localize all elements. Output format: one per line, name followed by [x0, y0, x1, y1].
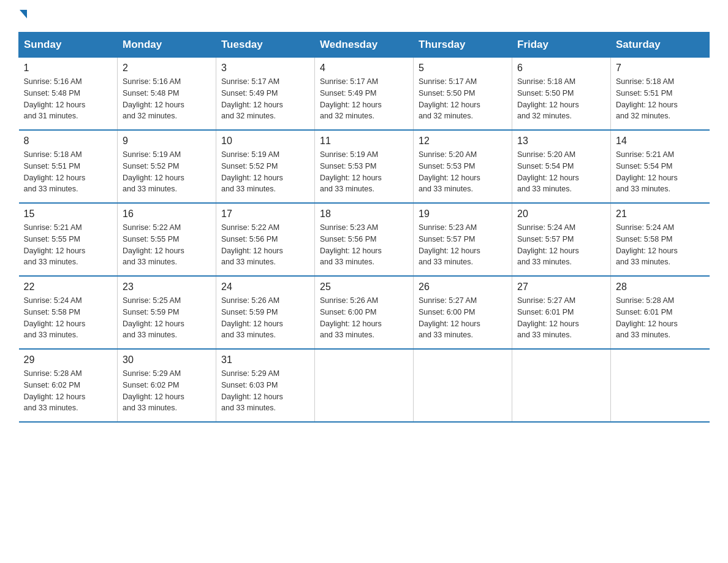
- page-header: [18, 12, 710, 21]
- calendar-cell: 28Sunrise: 5:28 AM Sunset: 6:01 PM Dayli…: [611, 276, 710, 349]
- day-number: 5: [419, 63, 507, 74]
- day-number: 16: [123, 209, 211, 220]
- day-number: 27: [517, 282, 605, 293]
- day-info: Sunrise: 5:24 AM Sunset: 5:57 PM Dayligh…: [517, 223, 579, 266]
- day-number: 19: [419, 209, 507, 220]
- day-number: 1: [24, 63, 113, 74]
- header-wednesday: Wednesday: [315, 33, 414, 58]
- calendar-cell: 27Sunrise: 5:27 AM Sunset: 6:01 PM Dayli…: [512, 276, 611, 349]
- day-info: Sunrise: 5:18 AM Sunset: 5:51 PM Dayligh…: [616, 77, 678, 120]
- day-number: 29: [24, 354, 113, 366]
- calendar-week-row: 29Sunrise: 5:28 AM Sunset: 6:02 PM Dayli…: [19, 349, 710, 422]
- calendar-cell: 31Sunrise: 5:29 AM Sunset: 6:03 PM Dayli…: [216, 349, 315, 422]
- calendar-cell: [414, 349, 512, 422]
- calendar-cell: 21Sunrise: 5:24 AM Sunset: 5:58 PM Dayli…: [611, 203, 710, 276]
- day-info: Sunrise: 5:22 AM Sunset: 5:56 PM Dayligh…: [221, 223, 283, 266]
- calendar-cell: [611, 349, 710, 422]
- header-monday: Monday: [118, 33, 216, 58]
- day-number: 30: [123, 354, 211, 366]
- header-friday: Friday: [512, 33, 611, 58]
- calendar-cell: 13Sunrise: 5:20 AM Sunset: 5:54 PM Dayli…: [512, 130, 611, 203]
- day-info: Sunrise: 5:17 AM Sunset: 5:49 PM Dayligh…: [320, 77, 382, 120]
- calendar-cell: [512, 349, 611, 422]
- day-number: 15: [24, 209, 113, 220]
- header-sunday: Sunday: [19, 33, 118, 58]
- day-number: 18: [320, 209, 408, 220]
- calendar-cell: 30Sunrise: 5:29 AM Sunset: 6:02 PM Dayli…: [118, 349, 216, 422]
- day-number: 3: [221, 63, 309, 74]
- calendar-cell: 18Sunrise: 5:23 AM Sunset: 5:56 PM Dayli…: [315, 203, 414, 276]
- day-number: 26: [419, 282, 507, 293]
- calendar-week-row: 15Sunrise: 5:21 AM Sunset: 5:55 PM Dayli…: [19, 203, 710, 276]
- calendar-cell: 15Sunrise: 5:21 AM Sunset: 5:55 PM Dayli…: [19, 203, 118, 276]
- header-thursday: Thursday: [414, 33, 512, 58]
- calendar-cell: 26Sunrise: 5:27 AM Sunset: 6:00 PM Dayli…: [414, 276, 512, 349]
- day-info: Sunrise: 5:22 AM Sunset: 5:55 PM Dayligh…: [123, 223, 184, 266]
- day-info: Sunrise: 5:16 AM Sunset: 5:48 PM Dayligh…: [24, 77, 86, 120]
- day-number: 24: [221, 282, 309, 293]
- day-info: Sunrise: 5:26 AM Sunset: 5:59 PM Dayligh…: [221, 296, 283, 339]
- calendar-cell: 3Sunrise: 5:17 AM Sunset: 5:49 PM Daylig…: [216, 58, 315, 131]
- day-info: Sunrise: 5:19 AM Sunset: 5:52 PM Dayligh…: [123, 150, 184, 193]
- day-info: Sunrise: 5:21 AM Sunset: 5:54 PM Dayligh…: [616, 150, 678, 193]
- calendar-week-row: 8Sunrise: 5:18 AM Sunset: 5:51 PM Daylig…: [19, 130, 710, 203]
- day-number: 23: [123, 282, 211, 293]
- day-number: 4: [320, 63, 408, 74]
- calendar-cell: 23Sunrise: 5:25 AM Sunset: 5:59 PM Dayli…: [118, 276, 216, 349]
- calendar-cell: 24Sunrise: 5:26 AM Sunset: 5:59 PM Dayli…: [216, 276, 315, 349]
- day-info: Sunrise: 5:27 AM Sunset: 6:01 PM Dayligh…: [517, 296, 579, 339]
- calendar-cell: 4Sunrise: 5:17 AM Sunset: 5:49 PM Daylig…: [315, 58, 414, 131]
- day-info: Sunrise: 5:17 AM Sunset: 5:50 PM Dayligh…: [419, 77, 480, 120]
- calendar-cell: 10Sunrise: 5:19 AM Sunset: 5:52 PM Dayli…: [216, 130, 315, 203]
- day-info: Sunrise: 5:21 AM Sunset: 5:55 PM Dayligh…: [24, 223, 86, 266]
- calendar-week-row: 22Sunrise: 5:24 AM Sunset: 5:58 PM Dayli…: [19, 276, 710, 349]
- calendar-cell: 12Sunrise: 5:20 AM Sunset: 5:53 PM Dayli…: [414, 130, 512, 203]
- day-info: Sunrise: 5:23 AM Sunset: 5:57 PM Dayligh…: [419, 223, 480, 266]
- day-number: 28: [616, 282, 705, 293]
- calendar-cell: 14Sunrise: 5:21 AM Sunset: 5:54 PM Dayli…: [611, 130, 710, 203]
- day-info: Sunrise: 5:19 AM Sunset: 5:52 PM Dayligh…: [221, 150, 283, 193]
- calendar-cell: 7Sunrise: 5:18 AM Sunset: 5:51 PM Daylig…: [611, 58, 710, 131]
- day-number: 25: [320, 282, 408, 293]
- day-info: Sunrise: 5:26 AM Sunset: 6:00 PM Dayligh…: [320, 296, 382, 339]
- calendar-cell: 25Sunrise: 5:26 AM Sunset: 6:00 PM Dayli…: [315, 276, 414, 349]
- day-info: Sunrise: 5:23 AM Sunset: 5:56 PM Dayligh…: [320, 223, 382, 266]
- logo: [18, 12, 27, 21]
- calendar-week-row: 1Sunrise: 5:16 AM Sunset: 5:48 PM Daylig…: [19, 58, 710, 131]
- day-info: Sunrise: 5:29 AM Sunset: 6:02 PM Dayligh…: [123, 369, 184, 412]
- day-number: 12: [419, 136, 507, 147]
- calendar-cell: 16Sunrise: 5:22 AM Sunset: 5:55 PM Dayli…: [118, 203, 216, 276]
- calendar-cell: 2Sunrise: 5:16 AM Sunset: 5:48 PM Daylig…: [118, 58, 216, 131]
- calendar-cell: 29Sunrise: 5:28 AM Sunset: 6:02 PM Dayli…: [19, 349, 118, 422]
- day-number: 31: [221, 354, 309, 366]
- header-saturday: Saturday: [611, 33, 710, 58]
- day-info: Sunrise: 5:20 AM Sunset: 5:54 PM Dayligh…: [517, 150, 579, 193]
- day-number: 7: [616, 63, 705, 74]
- calendar-cell: [315, 349, 414, 422]
- day-number: 22: [24, 282, 113, 293]
- day-number: 13: [517, 136, 605, 147]
- calendar-cell: 5Sunrise: 5:17 AM Sunset: 5:50 PM Daylig…: [414, 58, 512, 131]
- calendar-cell: 8Sunrise: 5:18 AM Sunset: 5:51 PM Daylig…: [19, 130, 118, 203]
- calendar-cell: 6Sunrise: 5:18 AM Sunset: 5:50 PM Daylig…: [512, 58, 611, 131]
- day-info: Sunrise: 5:29 AM Sunset: 6:03 PM Dayligh…: [221, 369, 283, 412]
- day-info: Sunrise: 5:18 AM Sunset: 5:51 PM Dayligh…: [24, 150, 86, 193]
- day-info: Sunrise: 5:16 AM Sunset: 5:48 PM Dayligh…: [123, 77, 184, 120]
- day-number: 8: [24, 136, 113, 147]
- calendar-table: Sunday Monday Tuesday Wednesday Thursday…: [18, 32, 710, 423]
- day-info: Sunrise: 5:20 AM Sunset: 5:53 PM Dayligh…: [419, 150, 480, 193]
- day-number: 20: [517, 209, 605, 220]
- day-info: Sunrise: 5:17 AM Sunset: 5:49 PM Dayligh…: [221, 77, 283, 120]
- calendar-cell: 1Sunrise: 5:16 AM Sunset: 5:48 PM Daylig…: [19, 58, 118, 131]
- day-number: 9: [123, 136, 211, 147]
- day-info: Sunrise: 5:24 AM Sunset: 5:58 PM Dayligh…: [616, 223, 678, 266]
- day-number: 10: [221, 136, 309, 147]
- calendar-cell: 17Sunrise: 5:22 AM Sunset: 5:56 PM Dayli…: [216, 203, 315, 276]
- day-number: 21: [616, 209, 705, 220]
- calendar-header-row: Sunday Monday Tuesday Wednesday Thursday…: [19, 33, 710, 58]
- day-info: Sunrise: 5:19 AM Sunset: 5:53 PM Dayligh…: [320, 150, 382, 193]
- day-info: Sunrise: 5:18 AM Sunset: 5:50 PM Dayligh…: [517, 77, 579, 120]
- logo-triangle-icon: [20, 10, 27, 18]
- day-info: Sunrise: 5:28 AM Sunset: 6:01 PM Dayligh…: [616, 296, 678, 339]
- calendar-cell: 19Sunrise: 5:23 AM Sunset: 5:57 PM Dayli…: [414, 203, 512, 276]
